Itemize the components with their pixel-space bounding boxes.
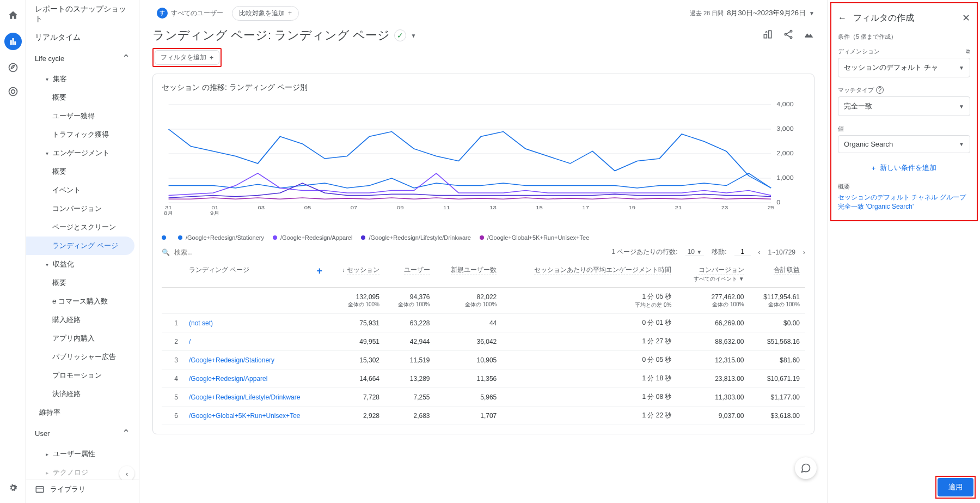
add-dimension-button[interactable]: + <box>317 265 323 277</box>
nav-acq-user[interactable]: ユーザー獲得 <box>26 107 139 125</box>
legend-item[interactable]: /Google+Global+5K+Run+Unisex+Tee <box>480 234 589 241</box>
collapse-sidebar-button[interactable]: ‹ <box>119 466 134 481</box>
search-input[interactable] <box>174 249 283 256</box>
svg-point-1 <box>9 88 17 96</box>
status-ok-icon[interactable]: ✓ <box>394 29 406 41</box>
match-select[interactable]: 完全一致 ▼ <box>838 96 970 116</box>
nav-eng-events[interactable]: イベント <box>26 181 139 199</box>
svg-text:4,000: 4,000 <box>776 101 793 107</box>
reports-icon[interactable] <box>4 33 22 50</box>
rows-per-page-select[interactable]: 10 ▼ <box>685 248 705 256</box>
col-sessions[interactable]: ↓ セッション <box>328 261 385 288</box>
home-icon[interactable] <box>7 9 20 22</box>
date-range-picker[interactable]: 過去 28 日間 8月30日~2023年9月26日 ▼ <box>690 8 814 18</box>
feedback-button[interactable] <box>795 457 817 479</box>
legend-item[interactable]: /Google+Redesign/Apparel <box>273 234 352 241</box>
audience-badge: す <box>157 8 168 19</box>
table-row[interactable]: 2/49,95142,94436,0421 分 27 秒88,632.00$51… <box>162 332 805 351</box>
col-users[interactable]: ユーザー <box>385 261 436 288</box>
panel-title: フィルタの作成 <box>853 13 914 24</box>
svg-text:07: 07 <box>351 205 358 210</box>
prev-page-button[interactable]: ‹ <box>758 249 761 256</box>
nav-eng-overview[interactable]: 概要 <box>26 162 139 181</box>
svg-rect-3 <box>36 487 44 493</box>
add-filter-chip[interactable]: フィルタを追加+ <box>155 50 219 65</box>
move-label: 移動: <box>712 247 726 257</box>
nav-engagement[interactable]: ▾エンゲージメント <box>26 144 139 162</box>
next-page-button[interactable]: › <box>803 249 805 256</box>
nav-user[interactable]: User⌃ <box>26 422 139 445</box>
nav-retention[interactable]: 維持率 <box>26 403 139 422</box>
insights-icon[interactable] <box>804 29 814 43</box>
legend-item[interactable]: /Google+Redesign/Lifestyle/Drinkware <box>361 234 470 241</box>
nav-acq-traffic[interactable]: トラフィック獲得 <box>26 125 139 144</box>
nav-realtime[interactable]: リアルタイム <box>26 28 139 47</box>
table-row[interactable]: 6/Google+Global+5K+Run+Unisex+Tee2,9282,… <box>162 407 805 425</box>
help-icon[interactable]: ? <box>876 86 884 94</box>
close-icon[interactable]: ✕ <box>962 12 970 24</box>
svg-text:01: 01 <box>211 205 218 210</box>
nav-acq-overview[interactable]: 概要 <box>26 88 139 107</box>
topbar: す すべてのユーザー 比較対象を追加+ 過去 28 日間 8月30日~2023年… <box>139 0 828 21</box>
collapse-icon: ▾ <box>46 150 48 156</box>
back-icon[interactable]: ← <box>838 13 847 23</box>
nav-eng-conversions[interactable]: コンバージョン <box>26 199 139 218</box>
svg-text:15: 15 <box>536 205 543 210</box>
table-row[interactable]: 5/Google+Redesign/Lifestyle/Drinkware7,7… <box>162 388 805 407</box>
nav-mon-promo[interactable]: プロモーション <box>26 366 139 385</box>
search-icon[interactable]: 🔍 <box>162 249 170 256</box>
admin-icon[interactable] <box>7 481 20 494</box>
col-revenue[interactable]: 合計収益 <box>750 261 805 288</box>
table-row[interactable]: 1(not set)75,93163,228440 分 01 秒66,269.0… <box>162 314 805 332</box>
library-icon <box>35 484 45 494</box>
svg-text:3,000: 3,000 <box>776 126 793 132</box>
filter-panel: ← フィルタの作成 ✕ 条件（5 個まで作成） ディメンション ⧉ セッションの… <box>828 0 980 503</box>
nav-lifecycle[interactable]: Life cycle⌃ <box>26 47 139 70</box>
nav-mon-purchase-path[interactable]: 購入経路 <box>26 311 139 329</box>
nav-mon-inapp[interactable]: アプリ内購入 <box>26 329 139 348</box>
dimension-label: ディメンション <box>838 47 880 56</box>
nav-eng-pages[interactable]: ページとスクリーン <box>26 218 139 237</box>
nav-mon-checkout[interactable]: 決済経路 <box>26 385 139 403</box>
page-range: 1~10/729 <box>768 249 795 256</box>
svg-text:2,000: 2,000 <box>776 150 793 156</box>
apply-button[interactable]: 適用 <box>938 478 973 496</box>
data-table: ランディング ページ + ↓ セッション ユーザー 新規ユーザー数 セッションあ… <box>162 261 805 425</box>
col-new-users[interactable]: 新規ユーザー数 <box>436 261 503 288</box>
nav-mon-overview[interactable]: 概要 <box>26 274 139 292</box>
nav-mon-publisher[interactable]: パブリッシャー広告 <box>26 348 139 366</box>
nav-snapshot[interactable]: レポートのスナップショット <box>26 0 139 28</box>
explore-icon[interactable] <box>7 61 20 74</box>
legend-item[interactable] <box>162 234 169 241</box>
dropdown-icon[interactable]: ▼ <box>411 33 416 39</box>
nav-acquisition[interactable]: ▾集客 <box>26 70 139 88</box>
chevron-up-icon: ⌃ <box>122 52 130 64</box>
nav-eng-landing[interactable]: ランディング ページ <box>26 237 134 255</box>
move-input[interactable] <box>734 248 751 256</box>
svg-text:11: 11 <box>443 205 450 210</box>
dimension-select[interactable]: セッションのデフォルト チャ ▼ <box>838 58 970 77</box>
share-icon[interactable] <box>783 29 794 43</box>
svg-point-6 <box>790 30 792 32</box>
advertising-icon[interactable] <box>7 85 20 98</box>
copy-icon[interactable]: ⧉ <box>966 48 970 55</box>
svg-text:21: 21 <box>675 205 682 210</box>
table-row[interactable]: 4/Google+Redesign/Apparel14,66413,28911,… <box>162 369 805 388</box>
customize-icon[interactable] <box>762 29 773 43</box>
chevron-up-icon: ⌃ <box>122 427 130 439</box>
add-condition-button[interactable]: + 新しい条件を追加 <box>836 157 972 178</box>
nav-mon-ecommerce[interactable]: e コマース購入数 <box>26 292 139 311</box>
nav-user-attr[interactable]: ▸ユーザー属性 <box>26 445 139 463</box>
compare-chip[interactable]: 比較対象を追加+ <box>232 6 299 21</box>
table-row[interactable]: 3/Google+Redesign/Stationery15,30211,519… <box>162 351 805 369</box>
col-avg-engagement[interactable]: セッションあたりの平均エンゲージメント時間 <box>502 261 677 288</box>
summary-label: 概要 <box>836 178 972 193</box>
nav-monetization[interactable]: ▾収益化 <box>26 255 139 274</box>
annotation-highlight: 適用 <box>935 476 976 499</box>
nav-library[interactable]: ライブラリ <box>26 480 139 499</box>
value-select[interactable]: Organic Search ▼ <box>838 135 970 153</box>
legend-item[interactable]: /Google+Redesign/Stationery <box>178 234 264 241</box>
audience-chip[interactable]: す すべてのユーザー <box>152 5 228 21</box>
col-conversions[interactable]: コンバージョンすべてのイベント ▼ <box>677 261 749 288</box>
expand-icon: ▸ <box>46 470 48 476</box>
